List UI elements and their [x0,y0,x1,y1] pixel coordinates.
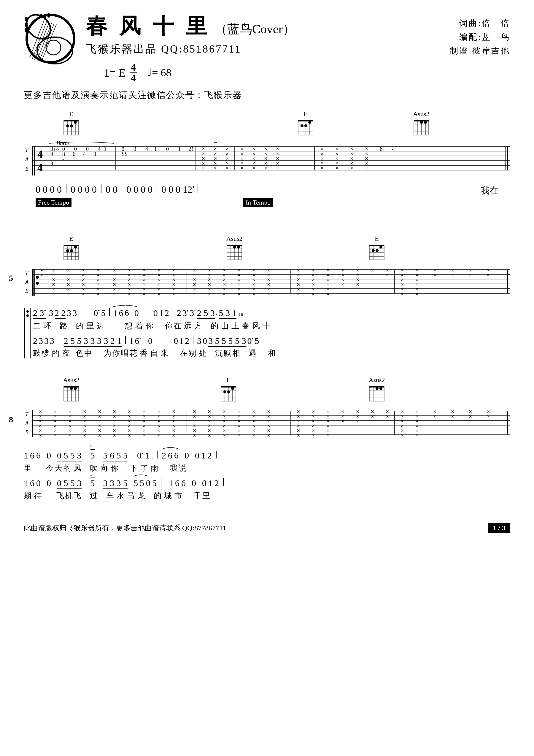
lyric: 在别 [180,348,197,358]
lyric: 期 [24,491,32,501]
bar-line [161,478,162,486]
svg-text:×: × [433,413,436,419]
note: 1 [113,308,118,318]
lyric: 的 [76,321,85,331]
note: 3 [116,478,121,488]
lyric: 你 [146,321,154,331]
slur-group-2: 2 [162,450,166,461]
note: 3 [44,336,49,346]
note: 0 [57,478,62,488]
note-group: 12• [183,184,194,195]
svg-text:×: × [451,413,454,419]
note: 3 [50,336,54,346]
svg-text:×: × [356,281,359,288]
svg-rect-10 [25,28,28,32]
lyric: 来 [161,348,169,358]
note: 0 [57,184,62,195]
svg-text:×: × [172,432,175,439]
svg-text:×: × [214,165,217,171]
svg-text:0: 0 [86,146,89,152]
tab-staff-3: T A B × × × × × × × × [24,406,510,445]
svg-text:⌢: ⌢ [214,140,217,145]
note: 5 [134,478,138,488]
note: 0 [71,184,75,195]
lyric-row-2-1: 二 环 路 的 里 边 想 着 你 你在 远 方 的 山 上 春 风 十 [33,321,510,331]
svg-text:4: 4 [38,148,43,160]
svg-point-47 [424,121,427,124]
svg-text:×: × [222,291,226,297]
note: 0 [202,478,207,488]
lyric: 风 [252,321,261,331]
svg-text:Harm: Harm [56,141,69,147]
note: 5 [222,336,226,346]
note: 5 [70,478,75,488]
lyric: 的 [211,321,219,331]
svg-text:×: × [98,432,101,439]
note-lower-octave: · 1 [165,478,173,489]
svg-text:×: × [52,291,55,297]
main-title: 春 风 十 里 [86,12,210,40]
svg-text:×: × [356,418,359,424]
chord-diagram-row-3: Asus2 E [24,376,510,406]
note-dotted: 2 [177,308,181,318]
note: 6 [174,450,179,461]
chord-e-1: E [62,110,80,138]
svg-text:×: × [415,291,419,297]
note: 2 [162,450,166,460]
note: 3 [90,336,95,346]
triplet-mark: 3 [90,443,92,448]
lyric: 车 [106,491,115,501]
note: 1 [169,478,173,488]
bar-line [66,184,66,193]
svg-point-169 [237,246,240,249]
note: 3 [210,308,215,318]
svg-point-24 [74,121,77,124]
note: 3 [77,450,82,460]
note: 2 [33,308,38,318]
svg-text:×: × [67,291,70,297]
lyric: 水 [116,491,125,501]
lyric: 向 [100,463,109,473]
note: 5 [255,336,259,346]
note: 3 [208,336,213,346]
note-group-underline: 5 3 1 [219,308,237,319]
note: 3 [77,478,82,488]
chord-name-asus2-2: Asus2 [225,235,243,243]
lyricist-label: 词曲:倍 倍 [459,18,510,29]
svg-point-157 [74,246,77,249]
svg-point-159 [70,249,73,252]
lyric: 想 [125,321,134,331]
note: 2 [207,450,212,461]
svg-text:×: × [451,272,454,278]
chord-e-5: E [219,376,237,404]
note: 3 [97,336,101,346]
note: 5 [219,308,223,318]
bar-line [86,478,86,486]
key-label: 1= E [104,66,125,79]
lyric: 吹 [90,463,98,473]
note: 2 2 [55,308,66,318]
note: 6 [30,478,35,488]
arranger-label: 编配:蓝 鸟 [459,32,510,43]
svg-text:B: B [25,166,29,172]
note: 0 [47,478,51,488]
svg-text:B: B [25,288,29,294]
chord-e-3: E [62,235,80,262]
note: 5 [235,336,240,346]
svg-text:×: × [415,432,419,439]
spacer [164,336,168,346]
chord-asus2-3: Asus2 [62,376,80,404]
lyric: 里 [86,321,95,331]
note: 0 [153,308,158,318]
svg-rect-171 [369,245,384,246]
note: 1 [159,308,164,318]
note: 5 [228,336,233,346]
note: 3 [197,336,201,346]
note: 0 [92,184,97,195]
svg-rect-28 [298,120,313,122]
note: 5 [123,478,128,488]
svg-text:8: 8 [380,146,383,152]
notation-content-2: 2 3• 3 2 2 3 3 0• 5 1 6 [33,308,510,358]
svg-text:×: × [267,432,270,439]
lyric: 二 [33,321,41,331]
